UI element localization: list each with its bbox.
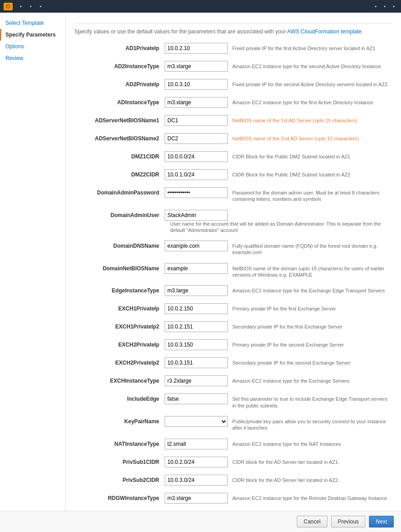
page-description: Specify values or use the default values… bbox=[74, 28, 392, 35]
param-label-privsub1cidr: PrivSub1CIDR bbox=[74, 457, 165, 465]
param-row-dmz1cidr: DMZ1CIDRCIDR Block for the Public DMZ Su… bbox=[74, 149, 392, 164]
param-input-exch1privateip[interactable] bbox=[165, 303, 228, 314]
param-input-exchinstancetype[interactable] bbox=[165, 375, 228, 386]
param-input-dmz1cidr[interactable] bbox=[165, 151, 228, 162]
param-label-ad2privateip: AD2PrivateIp bbox=[74, 79, 165, 88]
param-desc-exch2privateip: Primary private IP for the second Exchan… bbox=[232, 339, 392, 348]
param-label-exch1privateip2: EXCH1PrivateIp2 bbox=[74, 321, 165, 330]
param-desc-ad2instancetype: Amazon EC2 instance type for the second … bbox=[232, 61, 392, 69]
param-desc-natinstancetype: Amazon EC2 instance type for the NAT Ins… bbox=[232, 439, 392, 447]
cancel-button[interactable]: Cancel bbox=[297, 516, 327, 527]
param-label-adservernetbiosname2: ADServerNetBIOSName2 bbox=[74, 133, 165, 142]
param-input-rdgwinstancetype[interactable] bbox=[165, 493, 228, 504]
param-row-domainadminuser: DomainAdminUserUser name for the account… bbox=[74, 208, 392, 236]
param-input-domaindnsname[interactable] bbox=[165, 241, 228, 251]
param-label-exch1privateip: EXCH1PrivateIp bbox=[74, 303, 165, 312]
param-row-ad1privateip: AD1PrivateIpFixed private IP for the fir… bbox=[74, 41, 392, 56]
param-row-rdgwinstancetype: RDGWInstanceTypeAmazon EC2 instance type… bbox=[74, 491, 392, 505]
param-label-keypairname: KeyPairName bbox=[74, 416, 165, 425]
param-row-domainnetbiosname: DomainNetBIOSNameNetBIOS name of the dom… bbox=[74, 261, 392, 280]
param-label-privsub2cidr: PrivSub2CIDR bbox=[74, 475, 165, 483]
param-row-exch1privateip2: EXCH1PrivateIp2Secondary private IP for … bbox=[74, 319, 392, 334]
param-input-exch2privateip[interactable] bbox=[165, 339, 228, 350]
sidebar-item-options[interactable]: Options bbox=[0, 41, 65, 52]
param-input-adservernetbiosname2[interactable] bbox=[165, 133, 228, 144]
param-input-edgeinstancetype[interactable] bbox=[165, 285, 228, 296]
param-input-domainnetbiosname[interactable] bbox=[165, 263, 228, 274]
param-label-domainnetbiosname: DomainNetBIOSName bbox=[74, 263, 165, 272]
param-row-domainadminpassword: DomainAdminPasswordPassword for the doma… bbox=[74, 185, 392, 204]
sidebar-item-review[interactable]: Review bbox=[0, 52, 65, 64]
param-row-adservernetbiosname1: ADServerNetBIOSName1NetBIOS name of the … bbox=[74, 113, 392, 128]
param-input-domainadminpassword[interactable] bbox=[165, 187, 228, 198]
param-input-adinstancetype[interactable] bbox=[165, 97, 228, 108]
param-label-adservernetbiosname1: ADServerNetBIOSName1 bbox=[74, 115, 165, 124]
user-arrow-icon: ▾ bbox=[375, 5, 377, 9]
param-label-domainadminpassword: DomainAdminPassword bbox=[74, 187, 165, 196]
param-desc-ad1privateip: Fixed private IP for the first Active Di… bbox=[232, 43, 392, 51]
top-navigation: ⬡ ▾ ▾ ▾ ▾ ▾ ▾ bbox=[0, 0, 401, 13]
aws-logo: ⬡ bbox=[4, 3, 13, 10]
param-row-domaindnsname: DomainDNSNameFully qualified domain name… bbox=[74, 239, 392, 258]
param-label-dmz2cidr: DMZ2CIDR bbox=[74, 169, 165, 178]
param-input-natinstancetype[interactable] bbox=[165, 439, 228, 449]
parameters-table: AD1PrivateIpFixed private IP for the fir… bbox=[74, 41, 392, 532]
cloudformation-link[interactable]: AWS CloudFormation template bbox=[287, 28, 362, 35]
services-arrow-icon: ▾ bbox=[30, 5, 32, 9]
param-row-natinstancetype: NATInstanceTypeAmazon EC2 instance type … bbox=[74, 437, 392, 451]
edit-arrow-icon: ▾ bbox=[40, 5, 41, 9]
param-input-ad1privateip[interactable] bbox=[165, 43, 228, 54]
param-label-rdgwinstancetype: RDGWInstanceType bbox=[74, 493, 165, 501]
param-row-keypairname: KeyPairNamePublic/private key pairs allo… bbox=[74, 414, 392, 433]
previous-button[interactable]: Previous bbox=[331, 516, 366, 527]
sidebar-item-specify-parameters[interactable]: Specify Parameters bbox=[0, 29, 65, 41]
next-button[interactable]: Next bbox=[369, 516, 394, 527]
param-input-includeedge[interactable] bbox=[165, 393, 228, 404]
param-input-dmz2cidr[interactable] bbox=[165, 169, 228, 180]
param-input-adservernetbiosname1[interactable] bbox=[165, 115, 228, 126]
param-desc-privsub1cidr: CIDR block for the AD Server tier locate… bbox=[232, 457, 392, 465]
nav-services[interactable]: ▾ bbox=[26, 0, 34, 13]
param-input-exch1privateip2[interactable] bbox=[165, 321, 228, 332]
content-area: Specify values or use the default values… bbox=[65, 13, 401, 532]
nav-user[interactable]: ▾ bbox=[371, 0, 379, 13]
param-desc-exch2privateip2: Secondary private IP for the second Exch… bbox=[232, 357, 392, 366]
param-row-includeedge: IncludeEdgeSet this parameter to true to… bbox=[74, 392, 392, 411]
param-row-ad2privateip: AD2PrivateIpFixed private IP for the sec… bbox=[74, 77, 392, 92]
param-desc-ad2privateip: Fixed private IP for the second Active D… bbox=[232, 79, 392, 88]
param-select-keypairname[interactable] bbox=[165, 416, 228, 427]
nav-edit[interactable]: ▾ bbox=[36, 0, 44, 13]
param-label-exch2privateip: EXCH2PrivateIp bbox=[74, 339, 165, 348]
param-row-adinstancetype: ADInstanceTypeAmazon EC2 instance type f… bbox=[74, 95, 392, 110]
param-row-exch2privateip2: EXCH2PrivateIp2Secondary private IP for … bbox=[74, 356, 392, 370]
param-desc-domainnetbiosname: NetBIOS name of the domain (upto 15 char… bbox=[232, 263, 392, 278]
nav-aws[interactable]: ▾ bbox=[16, 0, 24, 13]
param-desc-edgeinstancetype: Amazon EC2 instance type for the Exchang… bbox=[232, 285, 392, 294]
param-input-privsub2cidr[interactable] bbox=[165, 475, 228, 486]
param-label-natinstancetype: NATInstanceType bbox=[74, 439, 165, 447]
param-label-dmz1cidr: DMZ1CIDR bbox=[74, 151, 165, 160]
param-row-exchinstancetype: EXCHInstanceTypeAmazon EC2 instance type… bbox=[74, 374, 392, 388]
param-input-ad2privateip[interactable] bbox=[165, 79, 228, 90]
param-desc-keypairname: Public/private key pairs allow you to se… bbox=[232, 416, 392, 431]
footer: Cancel Previous Next bbox=[0, 511, 401, 532]
param-label-includeedge: IncludeEdge bbox=[74, 393, 165, 402]
param-desc-dmz1cidr: CIDR Block for the Public DMZ Subnet loc… bbox=[232, 151, 392, 160]
param-label-exchinstancetype: EXCHInstanceType bbox=[74, 375, 165, 384]
param-input-privsub1cidr[interactable] bbox=[165, 457, 228, 467]
sidebar-item-select-template[interactable]: Select Template bbox=[0, 17, 65, 29]
main-container: Select Template Specify Parameters Optio… bbox=[0, 13, 401, 532]
param-row-privsub1cidr: PrivSub1CIDRCIDR block for the AD Server… bbox=[74, 455, 392, 469]
nav-support[interactable]: ▾ bbox=[389, 0, 397, 13]
param-input-ad2instancetype[interactable] bbox=[165, 61, 228, 72]
param-row-privsub2cidr: PrivSub2CIDRCIDR block for the AD Server… bbox=[74, 473, 392, 487]
param-desc-adinstancetype: Amazon EC2 instance type for the first A… bbox=[232, 97, 392, 106]
nav-region[interactable]: ▾ bbox=[380, 0, 388, 13]
param-row-exch1privateip: EXCH1PrivateIpPrimary private IP for the… bbox=[74, 301, 392, 316]
param-desc-privsub2cidr: CIDR block for the AD Server tier locate… bbox=[232, 475, 392, 483]
param-input-domainadminuser[interactable] bbox=[165, 210, 228, 221]
param-row-dmz2cidr: DMZ2CIDRCIDR Block for the Public DMZ Su… bbox=[74, 167, 392, 182]
param-desc-dmz2cidr: CIDR Block for the Public DMZ Subnet loc… bbox=[232, 169, 392, 178]
param-input-exch2privateip2[interactable] bbox=[165, 357, 228, 368]
param-row-exch2privateip: EXCH2PrivateIpPrimary private IP for the… bbox=[74, 338, 392, 352]
